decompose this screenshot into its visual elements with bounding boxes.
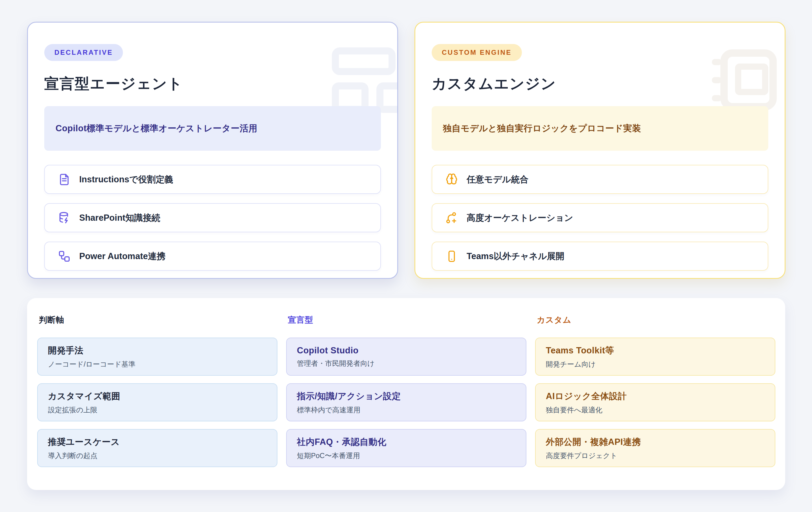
row-title: 社内FAQ・承認自動化 xyxy=(297,436,516,448)
row-subtitle: 導入判断の起点 xyxy=(48,451,267,460)
feature-label: 任意モデル統合 xyxy=(467,173,528,185)
column-criteria: 判断軸 開発手法 ノーコード/ローコード基準 カスタマイズ範囲 設定拡張の上限 … xyxy=(37,315,278,475)
row-subtitle: 設定拡張の上限 xyxy=(48,405,267,414)
custom-row-teams-toolkit: Teams Toolkit等 開発チーム向け xyxy=(535,338,775,376)
feature-instructions: Instructionsで役割定義 xyxy=(44,165,381,194)
row-subtitle: 独自要件へ最適化 xyxy=(546,405,765,414)
declarative-card-title: 宣言型エージェント xyxy=(44,74,381,94)
declarative-agent-card: DECLARATIVE 宣言型エージェント Copilot標準モデルと標準オーケ… xyxy=(27,22,398,279)
feature-orchestration: 高度オーケストレーション xyxy=(432,203,768,232)
smartphone-icon xyxy=(445,250,458,263)
file-text-icon xyxy=(58,173,71,186)
feature-label: Teams以外チャネル展開 xyxy=(467,250,564,262)
comparison-panel: 判断軸 開発手法 ノーコード/ローコード基準 カスタマイズ範囲 設定拡張の上限 … xyxy=(27,298,785,490)
row-title: Copilot Studio xyxy=(297,346,516,356)
row-title: 外部公開・複雑API連携 xyxy=(546,436,765,448)
feature-any-model: 任意モデル統合 xyxy=(432,165,768,194)
row-subtitle: 管理者・市民開発者向け xyxy=(297,359,516,368)
criteria-row-dev-method: 開発手法 ノーコード/ローコード基準 xyxy=(37,338,278,376)
page: DECLARATIVE 宣言型エージェント Copilot標準モデルと標準オーケ… xyxy=(0,0,812,512)
column-declarative: 宣言型 Copilot Studio 管理者・市民開発者向け 指示/知識/アクシ… xyxy=(286,315,526,475)
orchestration-icon xyxy=(445,211,458,224)
criteria-row-use-case: 推奨ユースケース 導入判断の起点 xyxy=(37,429,278,467)
declarative-highlight: Copilot標準モデルと標準オーケストレーター活用 xyxy=(44,106,381,151)
row-title: Teams Toolkit等 xyxy=(546,345,765,356)
column-header-declarative: 宣言型 xyxy=(288,315,526,326)
declarative-row-faq: 社内FAQ・承認自動化 短期PoC〜本番運用 xyxy=(286,429,526,467)
column-custom: カスタム Teams Toolkit等 開発チーム向け AIロジック全体設計 独… xyxy=(535,315,775,475)
feature-label: Instructionsで役割定義 xyxy=(79,173,173,185)
declarative-row-settings: 指示/知識/アクション設定 標準枠内で高速運用 xyxy=(286,383,526,422)
brain-icon xyxy=(445,173,458,186)
custom-engine-card: CUSTOM ENGINE カスタムエンジン 独自モデルと独自実行ロジックをプロ… xyxy=(414,22,785,279)
row-subtitle: 高度要件プロジェクト xyxy=(546,451,765,460)
row-title: 開発手法 xyxy=(48,345,267,356)
workflow-icon xyxy=(58,250,71,263)
declarative-badge: DECLARATIVE xyxy=(44,44,123,61)
row-subtitle: ノーコード/ローコード基準 xyxy=(48,359,267,369)
feature-label: 高度オーケストレーション xyxy=(467,212,573,224)
row-subtitle: 短期PoC〜本番運用 xyxy=(297,451,516,460)
declarative-row-copilot-studio: Copilot Studio 管理者・市民開発者向け xyxy=(286,338,526,376)
custom-row-external-api: 外部公開・複雑API連携 高度要件プロジェクト xyxy=(535,429,775,467)
row-title: 推奨ユースケース xyxy=(48,436,267,448)
custom-engine-badge: CUSTOM ENGINE xyxy=(432,44,522,61)
column-header-criteria: 判断軸 xyxy=(39,315,278,326)
row-subtitle: 開発チーム向け xyxy=(546,359,765,369)
row-subtitle: 標準枠内で高速運用 xyxy=(297,405,516,414)
row-title: 指示/知識/アクション設定 xyxy=(297,390,516,402)
feature-label: Power Automate連携 xyxy=(79,250,165,262)
declarative-feature-list: Instructionsで役割定義 SharePoint知識接続 xyxy=(44,165,381,271)
custom-row-ai-logic: AIロジック全体設計 独自要件へ最適化 xyxy=(535,383,775,422)
criteria-row-customize-scope: カスタマイズ範囲 設定拡張の上限 xyxy=(37,383,278,422)
feature-sharepoint: SharePoint知識接続 xyxy=(44,203,381,232)
row-title: AIロジック全体設計 xyxy=(546,390,765,402)
custom-engine-highlight: 独自モデルと独自実行ロジックをプロコード実装 xyxy=(432,106,768,151)
column-header-custom: カスタム xyxy=(537,315,775,326)
feature-power-automate: Power Automate連携 xyxy=(44,242,381,271)
row-title: カスタマイズ範囲 xyxy=(48,390,267,402)
feature-label: SharePoint知識接続 xyxy=(79,212,161,224)
feature-channels: Teams以外チャネル展開 xyxy=(432,242,768,271)
custom-engine-feature-list: 任意モデル統合 高度オーケストレーション xyxy=(432,165,768,271)
custom-engine-card-title: カスタムエンジン xyxy=(432,74,768,94)
database-zap-icon xyxy=(58,211,71,224)
